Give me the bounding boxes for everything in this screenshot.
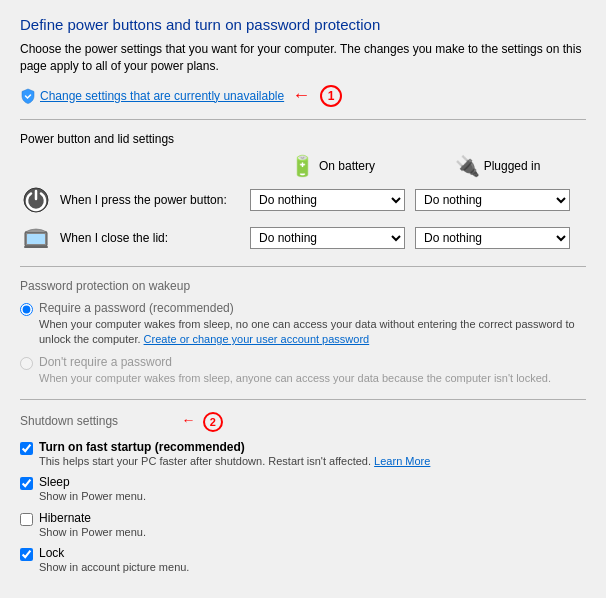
divider-1 <box>20 119 586 120</box>
close-lid-row: When I close the lid: Do nothing Sleep H… <box>20 222 586 254</box>
password-section-title: Password protection on wakeup <box>20 279 586 293</box>
require-password-radio[interactable] <box>20 303 33 316</box>
lock-desc: Show in account picture menu. <box>39 560 189 575</box>
lock-title: Lock <box>39 546 189 560</box>
fast-startup-option: Turn on fast startup (recommended) This … <box>20 440 586 469</box>
arrow-annotation-2: ← <box>181 412 195 428</box>
power-button-lid-label: Power button and lid settings <box>20 132 586 146</box>
no-password-title: Don't require a password <box>39 355 551 369</box>
svg-rect-3 <box>24 246 48 248</box>
fast-startup-text: Turn on fast startup (recommended) This … <box>39 440 430 469</box>
hibernate-checkbox[interactable] <box>20 513 33 526</box>
no-password-option: Don't require a password When your compu… <box>20 355 586 386</box>
shutdown-section: Shutdown settings ← 2 Turn on fast start… <box>20 412 586 576</box>
power-button-row: When I press the power button: Do nothin… <box>20 184 586 216</box>
power-button-lid-section: Power button and lid settings 🔋 On batte… <box>20 132 586 254</box>
hibernate-desc: Show in Power menu. <box>39 525 146 540</box>
arrow-annotation-1: ← <box>292 85 310 106</box>
close-lid-dropdowns: Do nothing Sleep Hibernate Shut down Do … <box>250 227 570 249</box>
circle-annotation-1: 1 <box>320 85 342 107</box>
plugged-in-label: Plugged in <box>484 159 541 173</box>
power-button-icon <box>20 184 52 216</box>
change-settings-link[interactable]: Change settings that are currently unava… <box>40 89 284 103</box>
sleep-text: Sleep Show in Power menu. <box>39 475 146 504</box>
hibernate-text: Hibernate Show in Power menu. <box>39 511 146 540</box>
page-description: Choose the power settings that you want … <box>20 41 586 75</box>
close-lid-plugged-in-dropdown[interactable]: Do nothing Sleep Hibernate Shut down <box>415 227 570 249</box>
require-password-title: Require a password (recommended) <box>39 301 586 315</box>
no-password-desc: When your computer wakes from sleep, any… <box>39 371 551 386</box>
shutdown-section-title: Shutdown settings ← 2 <box>20 412 586 432</box>
lock-checkbox[interactable] <box>20 548 33 561</box>
fast-startup-checkbox[interactable] <box>20 442 33 455</box>
require-password-desc: When your computer wakes from sleep, no … <box>39 317 586 348</box>
shield-icon <box>20 88 36 104</box>
learn-more-link[interactable]: Learn More <box>374 455 430 467</box>
power-button-label: When I press the power button: <box>60 193 250 207</box>
power-button-dropdowns: Do nothing Sleep Hibernate Shut down Tur… <box>250 189 570 211</box>
sleep-checkbox[interactable] <box>20 477 33 490</box>
divider-2 <box>20 266 586 267</box>
plugged-in-header: 🔌 Plugged in <box>415 154 580 178</box>
require-password-text: Require a password (recommended) When yo… <box>39 301 586 348</box>
power-button-on-battery-dropdown[interactable]: Do nothing Sleep Hibernate Shut down Tur… <box>250 189 405 211</box>
sleep-desc: Show in Power menu. <box>39 489 146 504</box>
sleep-title: Sleep <box>39 475 146 489</box>
fast-startup-title: Turn on fast startup (recommended) <box>39 440 430 454</box>
plug-icon: 🔌 <box>455 154 480 178</box>
require-password-option: Require a password (recommended) When yo… <box>20 301 586 348</box>
divider-3 <box>20 399 586 400</box>
create-password-link[interactable]: Create or change your user account passw… <box>144 333 370 345</box>
close-lid-on-battery-dropdown[interactable]: Do nothing Sleep Hibernate Shut down <box>250 227 405 249</box>
lock-option: Lock Show in account picture menu. <box>20 546 586 575</box>
fast-startup-desc: This helps start your PC faster after sh… <box>39 454 430 469</box>
sleep-option: Sleep Show in Power menu. <box>20 475 586 504</box>
power-button-plugged-in-dropdown[interactable]: Do nothing Sleep Hibernate Shut down Tur… <box>415 189 570 211</box>
on-battery-header: 🔋 On battery <box>250 154 415 178</box>
hibernate-option: Hibernate Show in Power menu. <box>20 511 586 540</box>
lock-text: Lock Show in account picture menu. <box>39 546 189 575</box>
close-lid-label: When I close the lid: <box>60 231 250 245</box>
page-title: Define power buttons and turn on passwor… <box>20 16 586 33</box>
battery-icon: 🔋 <box>290 154 315 178</box>
password-section: Password protection on wakeup Require a … <box>20 279 586 387</box>
circle-annotation-2: 2 <box>203 412 223 432</box>
close-lid-icon <box>20 222 52 254</box>
column-headers: 🔋 On battery 🔌 Plugged in <box>250 154 586 178</box>
no-password-radio[interactable] <box>20 357 33 370</box>
svg-rect-2 <box>27 234 45 244</box>
hibernate-title: Hibernate <box>39 511 146 525</box>
no-password-text: Don't require a password When your compu… <box>39 355 551 386</box>
on-battery-label: On battery <box>319 159 375 173</box>
